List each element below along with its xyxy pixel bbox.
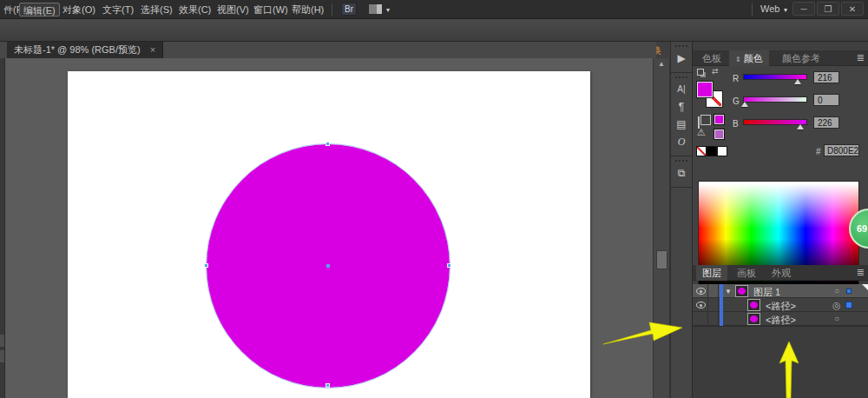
paragraph-panel-icon[interactable]: ¶: [671, 98, 692, 116]
menu-select[interactable]: 选择(S): [137, 3, 176, 17]
gripper[interactable]: [675, 76, 687, 78]
value-r[interactable]: 216: [813, 71, 839, 83]
tab-color[interactable]: ⇕ 颜色: [729, 50, 769, 66]
value-g[interactable]: 0: [813, 94, 839, 106]
value-b[interactable]: 226: [813, 116, 839, 129]
none-swatch[interactable]: [696, 146, 707, 156]
close-button[interactable]: ✕: [841, 2, 864, 16]
expand-panels-icon[interactable]: ▶: [671, 50, 692, 67]
dock-section: ▶: [671, 42, 692, 73]
selection-indicator[interactable]: [846, 289, 852, 294]
layers-panel-header: 图层 画板 外观 ≣: [693, 265, 868, 281]
layer-color-bar: [720, 298, 723, 312]
web-safe-swatch[interactable]: [713, 129, 725, 140]
layer-color-bar: [720, 284, 723, 298]
document-tab-bar: 未标题-1* @ 98% (RGB/预览) ×: [0, 42, 656, 58]
gamut-color-swatch[interactable]: [713, 114, 725, 125]
menu-type[interactable]: 文字(T): [99, 3, 137, 17]
slider-b-handle[interactable]: [797, 124, 804, 129]
target-circle-icon[interactable]: ○: [834, 314, 839, 323]
scroll-up-icon[interactable]: ▲: [658, 60, 665, 68]
gripper[interactable]: [675, 45, 687, 47]
layer-row[interactable]: ▼ 图层 1 ○: [693, 284, 868, 298]
center-point[interactable]: [326, 264, 330, 268]
control-bar: ▾ ▾ 描边: ▲ ▼ ▾ ▾ 基本 ▾ 不透明度: 100% ▾ 样式: ▾ …: [0, 19, 868, 42]
visibility-eye-icon[interactable]: [696, 302, 706, 308]
path-thumbnail[interactable]: [747, 313, 760, 325]
current-layer-corner: [862, 284, 868, 291]
color-panel-body: ⇄ ⚠ R 216 G 0 B 226 # D800E2: [693, 66, 868, 265]
character-panel-icon[interactable]: A|: [671, 81, 692, 98]
layer-name[interactable]: 图层 1: [753, 286, 780, 299]
channel-g-label: G: [733, 96, 740, 106]
tab-swatches[interactable]: 色板: [696, 50, 727, 66]
slider-g-handle[interactable]: [741, 102, 748, 107]
divider: [707, 298, 708, 312]
panel-menu-icon[interactable]: ≣: [857, 52, 865, 63]
tab-artboards[interactable]: 画板: [731, 265, 762, 281]
path-row[interactable]: <路径> ◎: [693, 298, 868, 312]
path-thumbnail[interactable]: [747, 299, 760, 311]
annotation-arrow-right: [602, 316, 688, 348]
tab-color-label: 颜色: [744, 53, 763, 63]
slider-r-handle[interactable]: [794, 79, 801, 84]
black-swatch[interactable]: [707, 146, 717, 156]
tab-close-icon[interactable]: ×: [150, 44, 155, 55]
menu-bar: 件(F) 编辑(E) 对象(O) 文字(T) 选择(S) 效果(C) 视图(V)…: [0, 0, 868, 19]
menu-effect[interactable]: 效果(C): [175, 3, 214, 17]
divider: [707, 312, 708, 326]
canvas[interactable]: [5, 58, 653, 398]
path-name[interactable]: <路径>: [766, 300, 796, 313]
swap-fill-stroke-icon[interactable]: ⇄: [712, 67, 719, 76]
panel-menu-icon[interactable]: ≣: [857, 267, 865, 278]
document-title: 未标题-1* @ 98% (RGB/预览): [14, 44, 141, 55]
workspace-switcher[interactable]: Web: [760, 3, 779, 14]
visibility-eye-icon[interactable]: [696, 288, 706, 295]
fill-indicator[interactable]: [696, 81, 713, 98]
arrange-documents-icon[interactable]: [368, 3, 383, 15]
fill-stroke-mini-icon[interactable]: [697, 69, 704, 76]
layer-color-bar: [720, 312, 723, 326]
opentype-panel-icon[interactable]: O: [671, 133, 692, 150]
white-swatch[interactable]: [717, 146, 727, 156]
tool-slot[interactable]: [0, 350, 4, 362]
tab-appearance[interactable]: 外观: [766, 265, 797, 281]
chevron-down-icon[interactable]: ▾: [784, 6, 787, 14]
transform-panel-icon[interactable]: ⧉: [671, 164, 692, 182]
anchor-bottom[interactable]: [326, 383, 330, 388]
scrollbar-thumb[interactable]: [656, 250, 667, 269]
tab-color-guide[interactable]: 颜色参考: [776, 50, 826, 66]
slider-g[interactable]: [743, 96, 807, 103]
chevron-down-icon[interactable]: ▾: [386, 6, 390, 14]
collapse-icon: ⇕: [735, 56, 741, 63]
hex-input[interactable]: D800E2: [824, 144, 859, 156]
menu-help[interactable]: 帮助(H): [288, 3, 327, 17]
expand-triangle-icon[interactable]: ▼: [725, 288, 732, 295]
tabs-panel-icon[interactable]: ▤: [671, 116, 692, 133]
menu-object[interactable]: 对象(O): [59, 3, 99, 17]
target-circle-icon[interactable]: ○: [834, 286, 839, 295]
layer-thumbnail[interactable]: [735, 285, 748, 297]
target-circle-active-icon[interactable]: ◎: [832, 300, 841, 311]
anchor-left[interactable]: [204, 263, 208, 268]
menu-view[interactable]: 视图(V): [214, 3, 253, 17]
menu-window[interactable]: 窗口(W): [250, 3, 292, 17]
selection-indicator[interactable]: [845, 302, 852, 308]
document-tab[interactable]: 未标题-1* @ 98% (RGB/预览) ×: [7, 42, 163, 58]
minimize-button[interactable]: ─: [792, 2, 815, 16]
anchor-top[interactable]: [326, 142, 330, 146]
tool-slot[interactable]: [0, 335, 4, 347]
divider: [752, 3, 753, 16]
divider: [718, 312, 719, 326]
gripper[interactable]: [675, 160, 687, 162]
anchor-right[interactable]: [447, 263, 451, 268]
tab-layers[interactable]: 图层: [696, 265, 727, 281]
dock-section: ⧉: [671, 156, 692, 188]
path-name[interactable]: <路径>: [766, 314, 796, 327]
bridge-button[interactable]: Br: [341, 3, 357, 16]
dock-section: A| ¶ ▤ O: [671, 73, 692, 156]
path-row[interactable]: <路径> ○: [693, 312, 868, 326]
restore-button[interactable]: ❐: [817, 2, 839, 16]
menu-edit[interactable]: 编辑(E): [19, 3, 60, 17]
out-of-web-warning-icon[interactable]: ⚠: [697, 127, 706, 138]
